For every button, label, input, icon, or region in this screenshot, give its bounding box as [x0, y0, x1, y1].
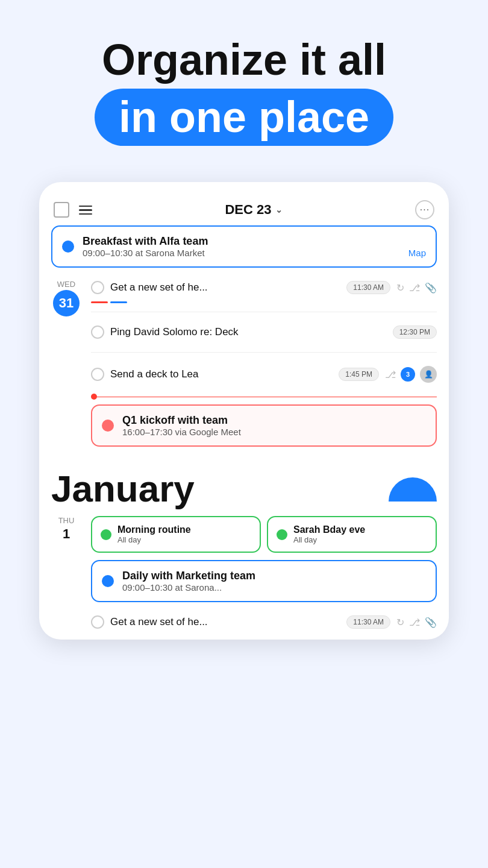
calendar-body: Breakfast with Alfa team 09:00–10:30 at … — [39, 225, 449, 447]
jan-section: THU 1 Morning routine All day — [39, 516, 449, 640]
subtask-icon: ⎇ — [409, 617, 420, 628]
underline-red — [91, 301, 108, 303]
phone-container: DEC 23 ⌄ ··· Breakfast with Alfa team 09… — [39, 182, 449, 640]
daily-title: Daily with Marketing team — [122, 570, 426, 582]
refresh-icon: ↻ — [396, 282, 404, 294]
sarah-subtitle: All day — [293, 535, 427, 544]
time-badge-1: 11:30 AM — [346, 281, 390, 294]
wed-day-number: 31 — [53, 290, 80, 316]
breakfast-event-info: Breakfast with Alfa team 09:00–10:30 at … — [83, 235, 426, 258]
sarah-bday-card[interactable]: Sarah Bday eve All day — [267, 516, 437, 553]
time-dot — [91, 394, 97, 400]
thu-day-name: THU — [58, 516, 75, 525]
wed-day-name: WED — [57, 280, 75, 289]
month-title: January — [51, 467, 195, 510]
tasks-column: Get a new set of he... 11:30 AM ↻ ⎇ 📎 — [91, 276, 437, 388]
chevron-down-icon: ⌄ — [275, 205, 283, 215]
time-hr — [97, 397, 437, 398]
subtask-icon: ⎇ — [385, 369, 396, 380]
jan-day-section: THU 1 Morning routine All day — [51, 516, 437, 634]
underline-blue — [110, 301, 127, 303]
q1-subtitle: 16:00–17:30 via Google Meet — [122, 427, 426, 437]
green-events-row: Morning routine All day Sarah Bday eve A… — [91, 516, 437, 553]
bottom-time-badge: 11:30 AM — [346, 615, 390, 629]
bottom-task-checkbox[interactable] — [91, 615, 104, 629]
hero-title-line1: Organize it all — [102, 36, 386, 84]
morning-subtitle: All day — [117, 535, 251, 544]
daily-marketing-card[interactable]: Daily with Marketing team 09:00–10:30 at… — [91, 560, 437, 602]
q1-title: Q1 kickoff with team — [122, 414, 426, 427]
month-header: January — [39, 455, 449, 516]
square-icon[interactable] — [54, 202, 69, 218]
top-bar-left — [54, 202, 92, 218]
task-icons-3: ⎇ 3 👤 — [385, 366, 437, 383]
half-circle-decoration — [389, 477, 437, 502]
task-text-2: Ping David Solomo re: Deck — [110, 326, 387, 338]
breakfast-subtitle: 09:00–10:30 at Sarona Market Map — [83, 248, 426, 258]
sarah-info: Sarah Bday eve All day — [293, 524, 427, 544]
daily-info: Daily with Marketing team 09:00–10:30 at… — [122, 570, 426, 593]
time-badge-3: 1:45 PM — [339, 368, 379, 381]
green-dot-2 — [277, 529, 287, 540]
task-checkbox-2[interactable] — [91, 326, 104, 339]
task-row-2[interactable]: Ping David Solomo re: Deck 12:30 PM — [91, 321, 437, 344]
sarah-title: Sarah Bday eve — [293, 524, 427, 535]
task-icons-1: ↻ ⎇ 📎 — [396, 282, 437, 294]
hero-title-line2: in one place — [119, 93, 369, 141]
hero-title-line2-wrapper: in one place — [95, 89, 393, 146]
attach-icon: 📎 — [425, 282, 437, 294]
thu-tasks-column: Morning routine All day Sarah Bday eve A… — [91, 516, 437, 634]
attach-icon: 📎 — [425, 617, 437, 628]
thu-day-label: THU 1 — [51, 516, 81, 634]
task-text-1: Get a new set of he... — [110, 281, 340, 294]
morning-routine-card[interactable]: Morning routine All day — [91, 516, 261, 553]
task-row-1[interactable]: Get a new set of he... 11:30 AM ↻ ⎇ 📎 — [91, 276, 437, 299]
bottom-task-row[interactable]: Get a new set of he... 11:30 AM ↻ ⎇ 📎 — [91, 611, 437, 634]
hamburger-icon[interactable] — [79, 206, 92, 215]
avatar: 👤 — [420, 366, 437, 383]
table-row: Get a new set of he... 11:30 AM ↻ ⎇ 📎 — [91, 276, 437, 303]
current-time-line — [51, 394, 437, 400]
time-badge-2: 12:30 PM — [393, 326, 437, 339]
morning-title: Morning routine — [117, 524, 251, 535]
refresh-icon: ↻ — [396, 617, 404, 628]
top-bar: DEC 23 ⌄ ··· — [39, 194, 449, 225]
date-label: DEC 23 — [225, 202, 271, 218]
morning-info: Morning routine All day — [117, 524, 251, 544]
divider — [91, 352, 437, 353]
map-link[interactable]: Map — [408, 248, 426, 258]
wed-day-section: WED 31 Get a new set of he... 11:30 AM ↻… — [51, 276, 437, 388]
q1-event-info: Q1 kickoff with team 16:00–17:30 via Goo… — [122, 414, 426, 437]
task-row-3[interactable]: Send a deck to Lea 1:45 PM ⎇ 3 👤 — [91, 361, 437, 388]
red-dot — [102, 420, 114, 432]
daily-subtitle: 09:00–10:30 at Sarona... — [122, 582, 426, 593]
comment-count-bubble: 3 — [401, 367, 415, 382]
task-checkbox-3[interactable] — [91, 368, 104, 381]
q1-event-card[interactable]: Q1 kickoff with team 16:00–17:30 via Goo… — [91, 404, 437, 447]
more-icon[interactable]: ··· — [415, 200, 434, 219]
thu-day-number: 1 — [63, 526, 70, 542]
breakfast-title: Breakfast with Alfa team — [83, 235, 426, 248]
q1-event-wrapper: Q1 kickoff with team 16:00–17:30 via Goo… — [51, 404, 437, 447]
hero-section: Organize it all in one place — [0, 0, 488, 164]
date-title[interactable]: DEC 23 ⌄ — [225, 202, 282, 218]
green-dot-1 — [101, 529, 111, 540]
task-checkbox-1[interactable] — [91, 281, 104, 294]
subtask-icon: ⎇ — [409, 282, 420, 294]
task-text-3: Send a deck to Lea — [110, 368, 333, 380]
wed-day-label: WED 31 — [51, 276, 81, 388]
breakfast-event-card[interactable]: Breakfast with Alfa team 09:00–10:30 at … — [51, 225, 437, 268]
blue-dot — [62, 241, 74, 253]
divider — [91, 312, 437, 312]
task-underlines — [91, 301, 437, 303]
bottom-task-icons: ↻ ⎇ 📎 — [396, 617, 437, 628]
blue-dot-2 — [102, 575, 114, 587]
bottom-task-text: Get a new set of he... — [110, 616, 340, 628]
